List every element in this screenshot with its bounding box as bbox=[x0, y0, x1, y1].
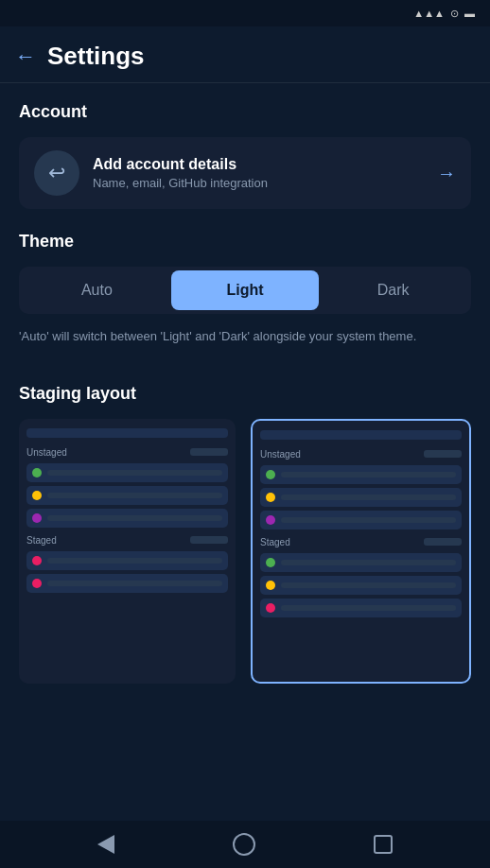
avatar: ↩ bbox=[34, 150, 79, 196]
theme-toggle: Auto Light Dark bbox=[19, 267, 471, 314]
file-bar bbox=[47, 493, 222, 498]
layout1-unstaged-label: Unstaged bbox=[26, 447, 228, 458]
layout1-file-2 bbox=[26, 486, 228, 505]
arrow-right-icon: → bbox=[437, 163, 456, 184]
recents-nav-icon[interactable] bbox=[374, 835, 393, 854]
theme-section: Theme Auto Light Dark 'Auto' will switch… bbox=[0, 232, 490, 365]
file-dot-pink-3 bbox=[266, 603, 275, 613]
file-dot-purple bbox=[32, 513, 42, 523]
battery-icon: ▬ bbox=[464, 8, 475, 19]
layout2-file-2 bbox=[260, 488, 462, 507]
staging-layout-2[interactable]: Unstaged Staged bbox=[251, 419, 471, 684]
theme-section-title: Theme bbox=[19, 232, 471, 252]
file-dot-pink-2 bbox=[32, 579, 42, 588]
layout1-unstaged-text: Unstaged bbox=[26, 447, 67, 458]
account-card-title: Add account details bbox=[93, 156, 429, 173]
layout1-file-3 bbox=[26, 509, 228, 528]
file-bar bbox=[281, 472, 456, 477]
file-dot-yellow-3 bbox=[266, 581, 275, 590]
page-title: Settings bbox=[47, 42, 145, 71]
account-section-title: Account bbox=[19, 102, 471, 122]
staging-layout-1[interactable]: Unstaged Staged bbox=[19, 419, 236, 684]
staging-layouts: Unstaged Staged bbox=[19, 419, 471, 684]
file-dot-green-2 bbox=[266, 470, 275, 479]
user-icon: ↩ bbox=[48, 161, 65, 185]
home-nav-icon[interactable] bbox=[233, 833, 255, 856]
file-dot-green-3 bbox=[266, 558, 275, 567]
layout2-staged-file-1 bbox=[260, 553, 462, 572]
file-bar bbox=[281, 495, 456, 500]
theme-light-button[interactable]: Light bbox=[171, 270, 320, 310]
layout2-staged-label: Staged bbox=[260, 537, 462, 547]
account-card[interactable]: ↩ Add account details Name, email, GitHu… bbox=[19, 137, 471, 209]
file-dot-purple-2 bbox=[266, 515, 275, 525]
content: Account ↩ Add account details Name, emai… bbox=[0, 83, 490, 868]
file-dot-pink bbox=[32, 556, 42, 565]
layout1-staged-text: Staged bbox=[26, 535, 57, 546]
layout1-staged-label: Staged bbox=[26, 535, 228, 546]
wifi-icon: ⊙ bbox=[450, 8, 459, 20]
file-bar bbox=[281, 582, 456, 588]
layout1-file-1 bbox=[26, 463, 228, 482]
staging-section-title: Staging layout bbox=[19, 384, 471, 404]
file-bar bbox=[281, 517, 456, 523]
file-dot-yellow-2 bbox=[266, 493, 275, 502]
layout2-staged-file-3 bbox=[260, 599, 462, 617]
theme-auto-button[interactable]: Auto bbox=[23, 270, 171, 310]
file-bar bbox=[47, 515, 222, 521]
file-bar bbox=[47, 581, 222, 586]
back-nav-icon[interactable] bbox=[97, 835, 114, 854]
back-button[interactable]: ← bbox=[15, 46, 36, 67]
layout2-unstaged-label: Unstaged bbox=[260, 449, 462, 460]
staging-section: Staging layout Unstaged bbox=[0, 365, 490, 684]
signal-icon: ▲▲▲ bbox=[413, 8, 445, 19]
layout2-staged-text: Staged bbox=[260, 537, 290, 547]
theme-dark-button[interactable]: Dark bbox=[319, 270, 467, 310]
header: ← Settings bbox=[0, 26, 490, 83]
bottom-nav bbox=[0, 821, 490, 868]
file-bar bbox=[47, 470, 222, 476]
account-info: Add account details Name, email, GitHub … bbox=[93, 156, 429, 190]
layout2-top-bar bbox=[260, 430, 462, 440]
layout2-file-3 bbox=[260, 511, 462, 529]
account-section: Account ↩ Add account details Name, emai… bbox=[0, 83, 490, 209]
layout1-top-bar bbox=[26, 428, 228, 438]
layout1-label-bar bbox=[190, 448, 228, 456]
layout1-staged-file-2 bbox=[26, 574, 228, 593]
status-bar: ▲▲▲ ⊙ ▬ bbox=[0, 0, 490, 26]
file-bar bbox=[281, 605, 456, 611]
file-bar bbox=[47, 558, 222, 564]
layout2-file-1 bbox=[260, 465, 462, 484]
file-dot-green bbox=[32, 468, 42, 477]
layout2-staged-bar bbox=[424, 538, 462, 546]
layout1-staged-bar bbox=[190, 536, 228, 544]
layout1-staged-file-1 bbox=[26, 551, 228, 570]
file-dot-yellow bbox=[32, 491, 42, 500]
file-bar bbox=[281, 560, 456, 565]
layout2-label-bar bbox=[424, 450, 462, 458]
layout2-staged-file-2 bbox=[260, 576, 462, 595]
layout2-unstaged-text: Unstaged bbox=[260, 449, 301, 460]
account-card-subtitle: Name, email, GitHub integration bbox=[93, 176, 429, 190]
theme-note: 'Auto' will switch between 'Light' and '… bbox=[19, 327, 471, 346]
